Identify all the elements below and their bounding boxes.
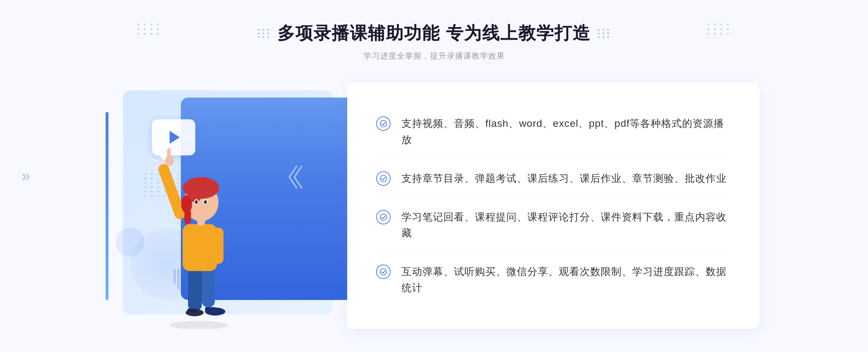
check-circle-4 (376, 265, 391, 279)
check-circle-1 (376, 116, 391, 131)
svg-point-0 (170, 321, 228, 329)
svg-point-28 (380, 269, 387, 275)
svg-point-26 (380, 175, 387, 182)
feature-item-3: 学习笔记回看、课程提问、课程评论打分、课件资料下载，重点内容收藏 (376, 198, 731, 253)
svg-line-24 (162, 143, 165, 150)
feature-item-1: 支持视频、音频、flash、word、excel、ppt、pdf等各种格式的资源… (376, 105, 731, 159)
svg-point-25 (380, 120, 387, 127)
feature-text-1: 支持视频、音频、flash、word、excel、ppt、pdf等各种格式的资源… (401, 116, 731, 148)
svg-rect-21 (167, 148, 171, 163)
svg-line-23 (150, 159, 157, 161)
check-icon-4 (376, 265, 391, 279)
feature-item-2: 支持章节目录、弹题考试、课后练习、课后作业、章节测验、批改作业 (376, 160, 731, 198)
feature-text-2: 支持章节目录、弹题考试、课后练习、课后作业、章节测验、批改作业 (401, 171, 727, 187)
feature-text-4: 互动弹幕、试听购买、微信分享、观看次数限制、学习进度跟踪、数据统计 (401, 264, 731, 296)
svg-point-27 (380, 214, 387, 220)
header-dots-right (707, 23, 731, 35)
left-decorator-dots (258, 29, 270, 38)
right-decorator-dots (598, 29, 610, 38)
check-circle-3 (376, 210, 391, 224)
header-section: 多项录播课辅助功能 专为线上教学打造 学习进度全掌握，提升录播课教学效果 (258, 22, 610, 61)
svg-rect-15 (184, 210, 191, 224)
deco-circle-small (116, 228, 145, 257)
content-area: 支持视频、音频、flash、word、excel、ppt、pdf等各种格式的资源… (109, 83, 760, 329)
left-illustration-section (109, 83, 354, 329)
page-wrapper: » 多项录播课辅助功能 专为线上教学打造 学习进度全掌握，提升录播课教学效果 (0, 0, 868, 352)
check-icon-1 (376, 116, 391, 131)
deco-chevrons (286, 163, 304, 193)
right-features-section: 支持视频、音频、flash、word、excel、ppt、pdf等各种格式的资源… (347, 83, 760, 329)
person-illustration (145, 141, 253, 329)
svg-point-19 (204, 200, 207, 204)
header-dots-left (137, 23, 161, 35)
feature-text-3: 学习笔记回看、课程提问、课程评论打分、课件资料下载，重点内容收藏 (401, 209, 731, 242)
main-title: 多项录播课辅助功能 专为线上教学打造 (277, 22, 590, 45)
svg-rect-9 (213, 228, 224, 264)
svg-rect-8 (157, 163, 187, 221)
left-chevron-decoration: » (22, 167, 30, 185)
svg-line-22 (156, 150, 161, 155)
svg-rect-4 (205, 307, 216, 313)
feature-item-4: 互动弹幕、试听购买、微信分享、观看次数限制、学习进度跟踪、数据统计 (376, 253, 731, 307)
left-border-bar (106, 112, 109, 300)
svg-rect-6 (187, 309, 197, 313)
header-decorators: 多项录播课辅助功能 专为线上教学打造 (258, 22, 610, 45)
svg-rect-7 (183, 224, 217, 271)
check-icon-2 (376, 171, 391, 186)
sub-title: 学习进度全掌握，提升录播课教学效果 (258, 51, 610, 61)
svg-point-18 (195, 200, 198, 204)
check-icon-3 (376, 210, 391, 224)
check-circle-2 (376, 171, 391, 186)
